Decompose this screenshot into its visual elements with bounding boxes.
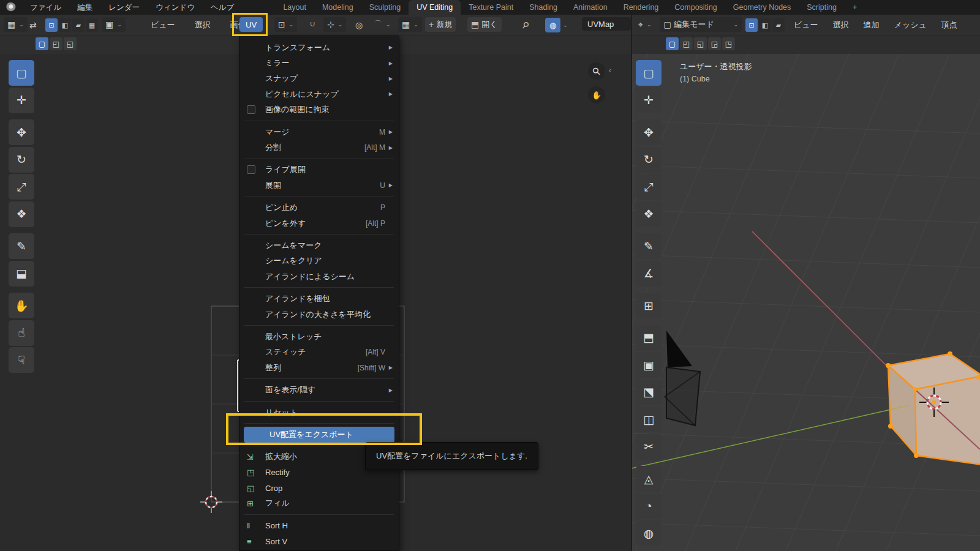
menu-item[interactable]: ⊞ フィル ▶: [239, 496, 399, 511]
menu-item[interactable]: アイランドの大きさを平均化 ▶: [239, 307, 399, 322]
header-menu[interactable]: ビュー: [149, 20, 176, 31]
uv-face-select-mode[interactable]: ▰: [72, 18, 85, 32]
face-select-mode[interactable]: ▰: [772, 18, 785, 32]
workspace-tab[interactable]: Geometry Nodes: [725, 0, 799, 15]
uv-move-tool[interactable]: ✥: [9, 119, 34, 145]
editor-type-dropdown[interactable]: ⌖ ⌄: [635, 17, 655, 32]
checkbox[interactable]: [247, 165, 255, 174]
menu-item[interactable]: 展開 U ▶: [239, 178, 399, 193]
poly-build-tool[interactable]: ◬: [636, 466, 662, 492]
topbar-menu[interactable]: 編集: [69, 2, 100, 13]
blender-logo-icon[interactable]: [5, 2, 16, 12]
select-invert[interactable]: ◲: [708, 37, 721, 50]
header-menu[interactable]: 選択: [194, 20, 212, 31]
workspace-tab[interactable]: Compositing: [666, 0, 725, 15]
menu-item[interactable]: トランスフォーム ▶: [239, 40, 399, 55]
topbar-menu[interactable]: ファイル: [22, 2, 69, 13]
uv-edge-select-mode[interactable]: ◧: [59, 18, 71, 32]
uv-pinch-tool[interactable]: ☟: [9, 347, 34, 373]
menu-item[interactable]: リセット ▶: [239, 405, 399, 420]
bevel-tool[interactable]: ⬔: [636, 380, 662, 405]
snap-target-dropdown[interactable]: ⊹ ⌄: [323, 17, 346, 32]
topbar-menu[interactable]: ヘルプ: [203, 2, 242, 13]
menu-item[interactable]: シームをクリア ▶: [239, 253, 399, 269]
transform-tool[interactable]: ❖: [636, 201, 662, 227]
header-menu[interactable]: 追加: [862, 20, 881, 31]
uv-grab-tool[interactable]: ✋: [9, 293, 34, 318]
workspace-tab[interactable]: Modeling: [314, 0, 361, 15]
menu-item[interactable]: ◱ Crop ▶: [239, 480, 399, 495]
workspace-tab[interactable]: +: [845, 0, 865, 15]
menu-item[interactable]: ライブ展開 ▶: [239, 162, 399, 178]
menu-item[interactable]: 画像の範囲に拘束 ▶: [239, 102, 399, 118]
rotate-tool[interactable]: ↻: [636, 147, 662, 173]
open-image-button[interactable]: ⬒ 開く: [467, 17, 502, 32]
select-subtract[interactable]: ◱: [694, 37, 707, 50]
workspace-tab[interactable]: Shading: [521, 0, 565, 15]
menu-item[interactable]: ミラー ▶: [239, 55, 399, 70]
scale-tool[interactable]: ⤢: [636, 174, 662, 200]
uv-map-name-field[interactable]: UVMap: [582, 17, 631, 31]
uv-relax-tool[interactable]: ☝: [9, 320, 34, 346]
menu-item[interactable]: 整列 [Shift] W ▶: [239, 360, 399, 375]
editor-type-dropdown[interactable]: ▦ ⌄: [4, 17, 28, 32]
new-image-button[interactable]: + 新規: [425, 17, 456, 32]
checkbox[interactable]: [247, 105, 255, 114]
knife-tool[interactable]: ✂: [636, 434, 662, 460]
topbar-menu[interactable]: ウィンドウ: [148, 2, 203, 13]
mode-dropdown[interactable]: ▢ 編集モード ⌄: [660, 17, 742, 32]
workspace-tab[interactable]: Texture Paint: [461, 0, 521, 15]
header-menu[interactable]: 頂点: [940, 20, 959, 31]
pin-toggle[interactable]: ⚲: [522, 17, 529, 33]
menu-item[interactable]: 分割 [Alt] M ▶: [239, 140, 399, 155]
pan-gizmo[interactable]: ✋: [588, 86, 605, 103]
export-uv-layout-item[interactable]: UV配置をエクスポート ▶: [244, 427, 394, 442]
uv-rotate-tool[interactable]: ↻: [9, 147, 34, 173]
menu-item[interactable]: ≡ Sort V ▶: [239, 534, 399, 549]
uv-annotate-tool[interactable]: ✎: [9, 233, 34, 259]
select-box-tool[interactable]: ▢: [636, 60, 662, 86]
region-divider[interactable]: [631, 15, 632, 551]
select-intersect[interactable]: ◳: [722, 37, 735, 50]
uv-map-selector[interactable]: ◍ ⌄: [545, 17, 568, 33]
workspace-tab[interactable]: Animation: [565, 0, 616, 15]
select-new[interactable]: ▢: [666, 37, 679, 50]
uv-menu-button[interactable]: UV: [239, 17, 263, 32]
uv-select-new[interactable]: ▢: [36, 37, 48, 50]
loop-cut-tool[interactable]: ◫: [636, 407, 662, 432]
uv-2d-cursor-tool[interactable]: ✛: [9, 88, 34, 113]
falloff-dropdown[interactable]: ⌒ ⌄: [370, 17, 394, 32]
pivot-point-dropdown[interactable]: ⊡ ⌄: [274, 17, 297, 32]
uv-vertex-select-mode[interactable]: ⊡: [45, 18, 58, 32]
menu-item[interactable]: ピクセルにスナップ ▶: [239, 86, 399, 102]
inset-faces-tool[interactable]: ▣: [636, 352, 662, 378]
measure-tool[interactable]: ∡: [636, 261, 662, 287]
annotate-tool[interactable]: ✎: [636, 233, 662, 259]
topbar-menu[interactable]: レンダー: [100, 2, 148, 13]
uv-island-select-mode[interactable]: ▦: [86, 18, 98, 32]
menu-item[interactable]: スナップ ▶: [239, 71, 399, 86]
image-browser-dropdown[interactable]: ▦ ⌄: [398, 17, 422, 32]
viewport-canvas[interactable]: ▢✛✥↻⤢❖✎∡⊞⬒▣⬔◫✂◬◔◍⬕ ユーザー・透視投影 (1) Cube: [632, 54, 980, 551]
header-menu[interactable]: 選択: [832, 20, 850, 31]
extrude-region-tool[interactable]: ⬒: [636, 325, 662, 351]
menu-item[interactable]: 最小ストレッチ ▶: [239, 329, 399, 344]
workspace-tab[interactable]: Layout: [275, 0, 314, 15]
menu-item[interactable]: マージ M ▶: [239, 124, 399, 140]
vertex-select-mode[interactable]: ⊡: [745, 18, 758, 32]
snap-toggle[interactable]: ∩: [309, 17, 315, 33]
spin-tool[interactable]: ◔: [636, 493, 662, 519]
header-menu[interactable]: ビュー: [793, 20, 820, 31]
menu-item[interactable]: スティッチ [Alt] V ▶: [239, 345, 399, 360]
proportional-editing-toggle[interactable]: ◎: [355, 17, 363, 33]
edge-select-mode[interactable]: ◧: [759, 18, 771, 32]
menu-item[interactable]: 面を表示/隠す ▶: [239, 382, 399, 397]
cursor-tool[interactable]: ✛: [636, 88, 662, 113]
menu-item[interactable]: アイランドを梱包 ▶: [239, 291, 399, 306]
select-extend[interactable]: ◰: [680, 37, 693, 50]
menu-item[interactable]: ‖ Sort H ▶: [239, 518, 399, 533]
uv-select-subtract[interactable]: ◱: [64, 37, 77, 50]
workspace-tab[interactable]: Rendering: [616, 0, 667, 15]
uv-select-box-tool[interactable]: ▢: [9, 60, 34, 86]
uv-sync-selection-toggle[interactable]: ⇄: [29, 17, 37, 33]
